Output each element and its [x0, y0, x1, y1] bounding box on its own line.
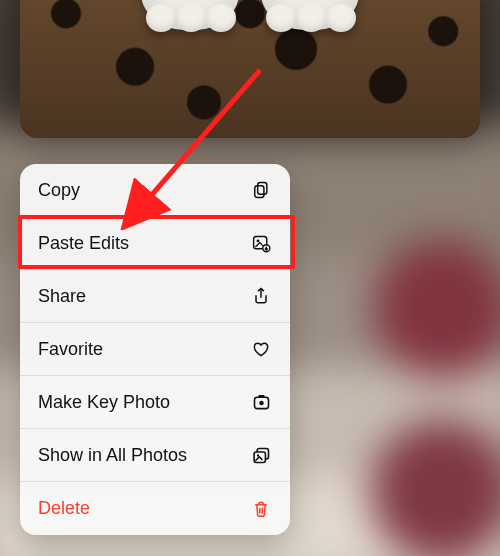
copy-icon — [250, 179, 272, 201]
paste-edits-icon — [250, 232, 272, 254]
heart-icon — [250, 338, 272, 360]
all-photos-icon — [250, 444, 272, 466]
share-icon — [250, 285, 272, 307]
photo-content-paws — [140, 0, 370, 40]
trash-icon — [250, 498, 272, 520]
menu-item-make-key-photo[interactable]: Make Key Photo — [20, 376, 290, 429]
menu-item-label: Show in All Photos — [38, 445, 250, 466]
photo-thumbnail[interactable] — [20, 0, 480, 138]
menu-item-delete[interactable]: Delete — [20, 482, 290, 535]
svg-rect-1 — [255, 186, 264, 198]
key-photo-icon — [250, 391, 272, 413]
menu-item-label: Share — [38, 286, 250, 307]
menu-item-label: Make Key Photo — [38, 392, 250, 413]
context-menu: Copy Paste Edits Share — [20, 164, 290, 535]
menu-item-favorite[interactable]: Favorite — [20, 323, 290, 376]
menu-item-copy[interactable]: Copy — [20, 164, 290, 217]
menu-item-share[interactable]: Share — [20, 270, 290, 323]
menu-item-show-in-all-photos[interactable]: Show in All Photos — [20, 429, 290, 482]
menu-item-label: Favorite — [38, 339, 250, 360]
menu-item-label: Paste Edits — [38, 233, 250, 254]
menu-item-paste-edits[interactable]: Paste Edits — [20, 217, 290, 270]
svg-point-3 — [256, 239, 259, 242]
svg-rect-0 — [258, 183, 267, 195]
menu-item-label: Copy — [38, 180, 250, 201]
screen: Copy Paste Edits Share — [0, 0, 500, 556]
svg-point-7 — [259, 400, 264, 405]
svg-rect-6 — [258, 395, 264, 398]
menu-item-label: Delete — [38, 498, 250, 519]
